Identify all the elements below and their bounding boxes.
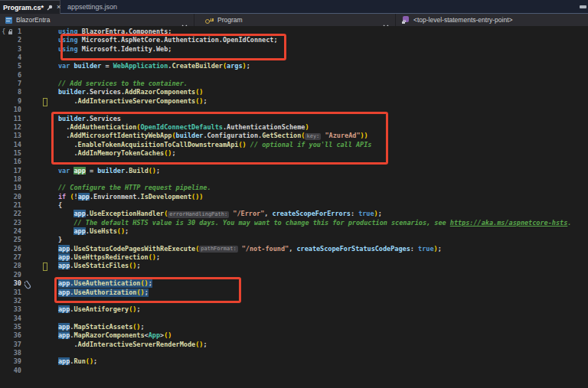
code-line[interactable]: 35app.MapStaticAssets(); bbox=[0, 323, 588, 331]
code-token: OpenIdConnectDefaults bbox=[140, 123, 222, 131]
code-token: app bbox=[58, 331, 70, 339]
code-line[interactable]: 34 bbox=[0, 315, 588, 323]
code-line[interactable]: 31app.UseAuthorization(); bbox=[0, 289, 588, 297]
inlay-hint: errorHandlingPath: bbox=[168, 211, 229, 218]
code-text: app.UseStatusCodePagesWithReExecute(path… bbox=[58, 245, 442, 253]
line-number: 31 bbox=[0, 289, 21, 297]
code-line[interactable]: 7// Add services to the container. bbox=[0, 80, 588, 88]
code-line[interactable]: 14 .EnableTokenAcquisitionToCallDownstre… bbox=[0, 141, 588, 149]
code-token: AddRazorComponents bbox=[125, 88, 195, 96]
code-token: builder bbox=[74, 62, 101, 70]
code-line[interactable]: 13 .AddMicrosoftIdentityWebApp(builder.C… bbox=[0, 132, 588, 140]
code-token: // Configure the HTTP request pipeline. bbox=[58, 184, 211, 191]
code-line[interactable]: 5var builder = WebApplication.CreateBuil… bbox=[0, 62, 588, 70]
code-line[interactable]: 19// Configure the HTTP request pipeline… bbox=[0, 184, 588, 192]
tab-appsettings-json[interactable]: appsettings.json bbox=[61, 0, 116, 13]
code-token: app bbox=[58, 262, 70, 269]
code-token: app bbox=[74, 227, 85, 235]
code-line[interactable]: 25} bbox=[0, 236, 588, 244]
code-line[interactable]: 26app.UseStatusCodePagesWithReExecute(pa… bbox=[0, 245, 588, 253]
code-token: ; bbox=[149, 279, 152, 287]
code-line[interactable]: 38 bbox=[0, 349, 588, 357]
code-editor[interactable]: 1using BlazorEntra.Components;2using Mic… bbox=[0, 26, 588, 388]
code-line[interactable]: 10 bbox=[0, 106, 588, 114]
change-mark bbox=[43, 98, 47, 106]
line-number: 13 bbox=[0, 132, 21, 140]
code-token: () bbox=[117, 227, 125, 235]
line-number: 14 bbox=[0, 141, 21, 149]
line-number: 36 bbox=[0, 331, 21, 340]
code-line[interactable]: 2using Microsoft.AspNetCore.Authenticati… bbox=[0, 36, 588, 44]
code-token: app bbox=[58, 357, 70, 365]
code-token bbox=[58, 219, 74, 227]
class-icon bbox=[205, 17, 214, 24]
code-token: { bbox=[58, 201, 62, 209]
code-token: . bbox=[58, 123, 70, 131]
code-line[interactable]: 11builder.Services bbox=[0, 115, 588, 123]
toolbar-partial-icon bbox=[580, 5, 586, 8]
code-line[interactable]: 16 bbox=[0, 158, 588, 166]
line-number: 35 bbox=[0, 323, 21, 331]
code-text: .AddInMemoryTokenCaches(); bbox=[58, 149, 176, 158]
code-line[interactable]: 33app.UseAntiforgery(); bbox=[0, 305, 588, 314]
code-line[interactable]: 27app.UseHttpsRedirection(); bbox=[0, 253, 588, 262]
tab-program-cs[interactable]: Program.cs* × bbox=[0, 0, 60, 14]
code-line[interactable]: 21{ bbox=[0, 201, 588, 210]
code-line[interactable]: 24 app.UseHsts(); bbox=[0, 227, 588, 236]
code-token: app bbox=[78, 193, 90, 201]
code-line[interactable]: 9 .AddInteractiveServerComponents(); bbox=[0, 97, 588, 106]
code-text: app.UseHsts(); bbox=[58, 227, 129, 236]
paperclip-icon[interactable] bbox=[23, 279, 32, 289]
code-line[interactable]: 4 bbox=[0, 54, 588, 62]
code-line[interactable]: 32 bbox=[0, 297, 588, 305]
code-token: ; bbox=[93, 357, 97, 365]
code-token: ; bbox=[203, 97, 207, 105]
code-line[interactable]: 12 .AddAuthentication(OpenIdConnectDefau… bbox=[0, 123, 588, 132]
code-line[interactable]: 6 bbox=[0, 71, 588, 80]
code-text: var builder = WebApplication.CreateBuild… bbox=[58, 62, 250, 70]
line-number: 38 bbox=[0, 349, 21, 357]
code-line[interactable]: 28app.UseStaticFiles(); bbox=[0, 262, 588, 270]
line-number: 24 bbox=[0, 227, 21, 236]
code-line[interactable]: 23 // The default HSTS value is 30 days.… bbox=[0, 219, 588, 227]
code-line[interactable]: 30app.UseAuthentication(); bbox=[0, 279, 588, 288]
code-text: app.UseHttpsRedirection(); bbox=[58, 253, 160, 262]
code-text: using Microsoft.AspNetCore.Authenticatio… bbox=[58, 36, 278, 44]
code-line[interactable]: 40 bbox=[0, 367, 588, 375]
code-token: ) bbox=[305, 123, 309, 131]
code-line[interactable]: 17var app = builder.Build(); bbox=[0, 167, 588, 175]
code-token: using bbox=[58, 36, 78, 44]
member-dropdown[interactable]: <top-level-statements-entry-point> bbox=[396, 14, 588, 26]
pin-icon[interactable] bbox=[47, 5, 53, 11]
code-line[interactable]: 36app.MapRazorComponents<App>() bbox=[0, 331, 588, 340]
project-dropdown[interactable]: BlazorEntra bbox=[0, 14, 194, 26]
code-token: IsDevelopment bbox=[141, 193, 192, 201]
code-token: UseAntiforgery bbox=[74, 305, 129, 313]
code-line[interactable]: 20if (!app.Environment.IsDevelopment()) bbox=[0, 193, 588, 201]
code-token: var bbox=[58, 167, 70, 174]
code-line[interactable]: 37 .AddInteractiveServerRenderMode(); bbox=[0, 341, 588, 349]
code-line[interactable]: 8builder.Services.AddRazorComponents() bbox=[0, 88, 588, 96]
line-number: 33 bbox=[0, 305, 21, 314]
project-icon bbox=[5, 17, 12, 24]
code-line[interactable]: 3using Microsoft.Identity.Web; bbox=[0, 45, 588, 54]
code-token: UseStaticFiles bbox=[74, 262, 129, 269]
code-token: ; bbox=[203, 341, 207, 348]
code-token: UseHsts bbox=[90, 227, 117, 235]
code-text: .AddInteractiveServerRenderMode(); bbox=[58, 341, 207, 349]
code-line[interactable]: 29 bbox=[0, 271, 588, 279]
code-token: AddInteractiveServerComponents bbox=[78, 97, 196, 105]
code-token: App bbox=[149, 331, 160, 339]
code-line[interactable]: 15 .AddInMemoryTokenCaches(); bbox=[0, 149, 588, 158]
code-text: app.Run(); bbox=[58, 357, 97, 366]
line-number: 4 bbox=[0, 54, 21, 62]
code-text: app.UseAuthentication(); bbox=[58, 279, 152, 288]
code-token: () bbox=[136, 289, 144, 296]
code-line[interactable]: 39app.Run(); bbox=[0, 357, 588, 366]
code-line[interactable]: 1using BlazorEntra.Components; bbox=[0, 28, 588, 36]
code-token: ; bbox=[136, 262, 140, 269]
code-line[interactable]: 18 bbox=[0, 175, 588, 184]
type-dropdown[interactable]: Program bbox=[194, 14, 396, 26]
code-line[interactable]: 22 app.UseExceptionHandler(errorHandling… bbox=[0, 210, 588, 218]
code-token: "AzureAd" bbox=[325, 132, 360, 139]
